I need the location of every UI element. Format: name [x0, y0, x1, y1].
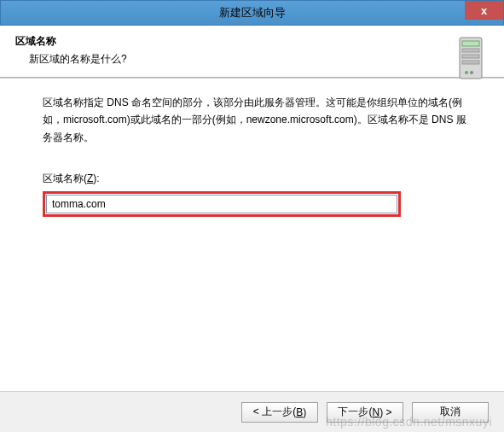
description-text: 区域名称指定 DNS 命名空间的部分，该部分由此服务器管理。这可能是你组织单位的…: [43, 94, 472, 146]
next-prefix: 下一步(: [338, 405, 372, 419]
svg-rect-1: [462, 41, 479, 46]
cancel-button[interactable]: 取消: [412, 402, 489, 423]
label-prefix: 区域名称(: [43, 172, 87, 184]
back-button[interactable]: < 上一步(B): [241, 402, 318, 423]
titlebar: 新建区域向导 x: [0, 0, 504, 26]
svg-rect-2: [462, 49, 479, 52]
header-subtitle: 新区域的名称是什么?: [29, 52, 489, 67]
back-accelerator: B: [296, 406, 303, 418]
svg-rect-3: [462, 55, 479, 58]
button-bar: < 上一步(B) 下一步(N) > 取消: [0, 391, 504, 432]
zone-name-input[interactable]: [46, 195, 397, 213]
svg-point-6: [470, 71, 473, 74]
close-icon: x: [481, 4, 487, 17]
wizard-header: 区域名称 新区域的名称是什么?: [0, 26, 504, 77]
window-title: 新建区域向导: [219, 5, 286, 20]
svg-point-5: [465, 71, 468, 74]
next-button[interactable]: 下一步(N) >: [327, 402, 403, 423]
server-icon: [455, 32, 489, 84]
back-suffix: ): [303, 406, 306, 418]
wizard-content: 区域名称指定 DNS 命名空间的部分，该部分由此服务器管理。这可能是你组织单位的…: [0, 79, 504, 386]
close-button[interactable]: x: [465, 1, 503, 20]
next-accelerator: N: [372, 406, 379, 418]
zone-name-highlight: [43, 191, 401, 217]
svg-rect-4: [462, 61, 479, 64]
next-suffix: ) >: [379, 406, 391, 418]
label-suffix: ):: [93, 172, 99, 184]
zone-name-label: 区域名称(Z):: [43, 172, 480, 186]
back-prefix: < 上一步(: [253, 405, 296, 419]
header-title: 区域名称: [15, 34, 489, 49]
